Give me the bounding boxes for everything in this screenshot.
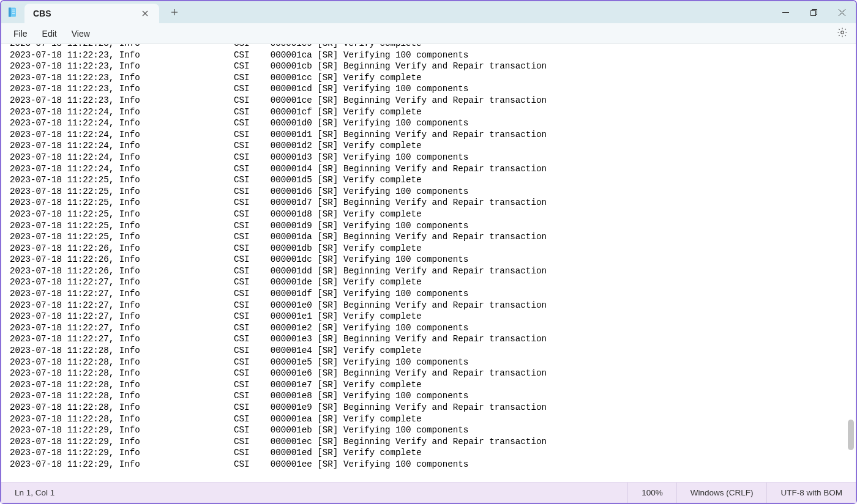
svg-rect-1 [9,8,11,17]
settings-button[interactable] [834,25,851,42]
window-controls [771,1,856,23]
status-line-endings[interactable]: Windows (CRLF) [676,483,767,503]
text-editor[interactable]: 2023-07-18 11:22:23, Info CSI 000001c9 [… [1,44,856,482]
new-tab-button[interactable] [164,1,185,23]
notepad-app-icon [1,1,23,23]
status-zoom[interactable]: 100% [627,483,676,503]
titlebar-drag-region[interactable] [185,1,771,23]
status-cursor-position[interactable]: Ln 1, Col 1 [1,488,68,497]
status-encoding[interactable]: UTF-8 with BOM [766,483,856,503]
menu-file[interactable]: File [6,26,35,41]
document-tab[interactable]: CBS [24,4,159,23]
editor-text[interactable]: 2023-07-18 11:22:23, Info CSI 000001c9 [… [10,44,856,470]
scrollbar-thumb[interactable] [848,420,854,450]
svg-point-13 [841,31,844,34]
vertical-scrollbar[interactable] [846,45,855,481]
gear-icon [837,27,848,40]
close-window-button[interactable] [828,1,856,23]
tab-title: CBS [33,9,140,18]
menu-view[interactable]: View [64,26,97,41]
svg-rect-10 [810,10,815,15]
notepad-window: CBS File Edit View [0,0,857,504]
tab-close-button[interactable] [140,8,151,19]
menubar: File Edit View [1,23,856,44]
menu-edit[interactable]: Edit [35,26,64,41]
minimize-button[interactable] [771,1,799,23]
statusbar: Ln 1, Col 1 100% Windows (CRLF) UTF-8 wi… [1,482,856,503]
maximize-button[interactable] [799,1,828,23]
titlebar[interactable]: CBS [1,1,856,23]
